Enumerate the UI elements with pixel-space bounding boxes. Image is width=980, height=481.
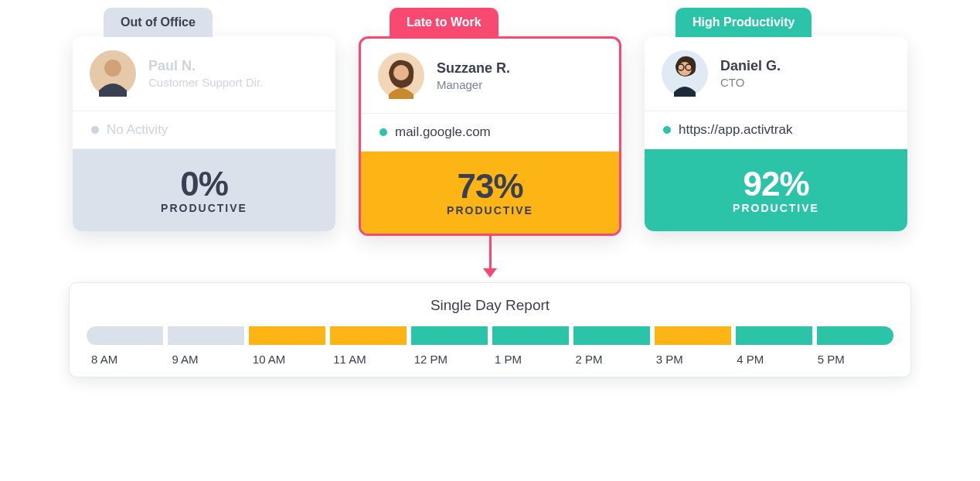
- timeline-segment: [736, 326, 812, 345]
- productivity-percent: 73%: [361, 167, 619, 206]
- employee-role: Customer Support Dir.: [148, 76, 263, 89]
- employee-role: Manager: [437, 78, 510, 91]
- timeline-segment: [249, 326, 325, 345]
- header-text: Daniel G. CTO: [720, 58, 781, 89]
- report-title: Single Day Report: [87, 297, 893, 314]
- cards-row: Out of Office Paul N. Customer Support D…: [0, 0, 980, 236]
- activity-text: mail.google.com: [395, 125, 491, 140]
- timeline-segment: [411, 326, 488, 345]
- time-label: 8 AM: [87, 353, 167, 366]
- timeline-segment: [817, 326, 893, 345]
- status-dot-icon: [91, 126, 99, 134]
- time-label: 5 PM: [813, 353, 893, 366]
- card-header: Paul N. Customer Support Dir.: [73, 36, 335, 111]
- header-text: Paul N. Customer Support Dir.: [148, 58, 263, 89]
- time-label: 10 AM: [248, 353, 328, 366]
- card-header: Suzzane R. Manager: [361, 39, 619, 114]
- status-tab: Out of Office: [104, 8, 213, 37]
- productivity-metric: 73% PRODUCTIVE: [361, 152, 619, 234]
- time-label: 1 PM: [490, 353, 570, 366]
- timeline-labels: 8 AM9 AM10 AM11 AM12 PM1 PM2 PM3 PM4 PM5…: [87, 353, 893, 366]
- avatar: [90, 50, 136, 97]
- time-label: 12 PM: [410, 353, 490, 366]
- status-tab: High Productivity: [675, 8, 812, 37]
- card-body: Suzzane R. Manager mail.google.com 73% P…: [359, 36, 621, 236]
- avatar: [378, 53, 424, 99]
- card-header: Daniel G. CTO: [645, 36, 907, 111]
- time-label: 11 AM: [328, 353, 409, 366]
- employee-name: Paul N.: [148, 58, 263, 74]
- time-label: 9 AM: [167, 353, 247, 366]
- svg-point-1: [104, 60, 121, 77]
- timeline-segment: [330, 326, 407, 345]
- status-dot-icon: [379, 128, 387, 136]
- card-high-productivity[interactable]: High Productivity Daniel G. CTO https://…: [645, 8, 907, 231]
- timeline-segment: [168, 326, 244, 345]
- employee-role: CTO: [720, 76, 781, 89]
- card-late-to-work[interactable]: Late to Work Suzzane R. Manager mail.goo…: [359, 8, 621, 236]
- productivity-percent: 92%: [645, 165, 907, 203]
- productivity-metric: 92% PRODUCTIVE: [645, 149, 907, 231]
- header-text: Suzzane R. Manager: [437, 60, 510, 91]
- productivity-label: PRODUCTIVE: [73, 202, 335, 214]
- timeline-segment: [87, 326, 163, 345]
- employee-name: Suzzane R.: [437, 60, 510, 77]
- productivity-metric: 0% PRODUCTIVE: [73, 149, 335, 231]
- activity-text: No Activity: [107, 122, 168, 138]
- status-tab: Late to Work: [390, 8, 499, 37]
- time-label: 4 PM: [732, 353, 812, 366]
- productivity-percent: 0%: [73, 165, 335, 203]
- timeline-segment: [573, 326, 650, 345]
- time-label: 2 PM: [570, 353, 651, 366]
- activity-row: https://app.activtrak: [645, 111, 907, 149]
- single-day-report: Single Day Report 8 AM9 AM10 AM11 AM12 P…: [69, 282, 911, 377]
- svg-point-3: [393, 65, 409, 80]
- card-out-of-office[interactable]: Out of Office Paul N. Customer Support D…: [73, 8, 335, 231]
- status-dot-icon: [663, 126, 671, 134]
- activity-row: mail.google.com: [361, 114, 619, 152]
- card-body: Daniel G. CTO https://app.activtrak 92% …: [645, 36, 907, 231]
- productivity-label: PRODUCTIVE: [645, 202, 907, 214]
- activity-row: No Activity: [73, 111, 335, 149]
- activity-text: https://app.activtrak: [679, 122, 792, 138]
- time-label: 3 PM: [652, 353, 732, 366]
- productivity-label: PRODUCTIVE: [361, 204, 619, 217]
- timeline-segment: [655, 326, 731, 345]
- timeline-segment: [492, 326, 569, 345]
- employee-name: Daniel G.: [720, 58, 781, 74]
- avatar: [662, 50, 708, 97]
- card-body: Paul N. Customer Support Dir. No Activit…: [73, 36, 335, 231]
- timeline-bar: [87, 326, 893, 345]
